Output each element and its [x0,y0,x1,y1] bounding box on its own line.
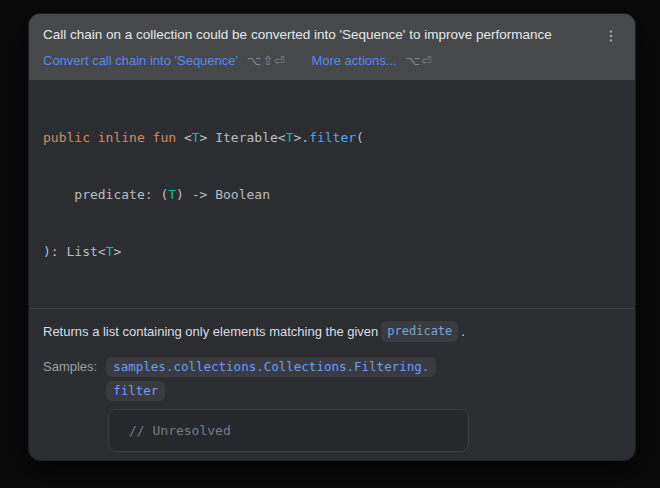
code-token: T [168,187,176,202]
code-token: > [113,244,121,259]
code-token: < [184,130,192,145]
code-token: ): List< [43,244,106,259]
sample-link-filtering[interactable]: samples.collections.Collections.Filterin… [106,357,436,377]
more-actions-shortcut: ⌥⏎ [406,53,433,68]
code-token: filter [309,130,356,145]
code-line: predicate: (T) -> Boolean [43,185,621,204]
documentation-popup: Call chain on a collection could be conv… [28,13,636,461]
inline-code-predicate: predicate [381,321,458,342]
code-token: T [192,130,200,145]
header-more-menu-button[interactable] [601,26,621,46]
doc-text: Returns a list containing only elements … [43,324,378,339]
code-token: ( [356,130,364,145]
code-line: public inline fun <T> Iterable<T>.filter… [43,128,621,147]
quick-fix-shortcut: ⌥⇧⏎ [247,53,285,68]
sample-link-filter[interactable]: filter [106,381,165,401]
unresolved-comment: // Unresolved [129,423,231,438]
code-token: ) -> Boolean [176,187,270,202]
documentation-body: Returns a list containing only elements … [29,309,635,461]
code-token: >. [293,130,309,145]
code-token: > Iterable< [200,130,286,145]
doc-text-period: . [461,324,465,339]
code-line: ): List<T> [43,242,621,261]
quick-fix-link[interactable]: Convert call chain into 'Sequence' [43,53,238,68]
samples-section: Samples: samples.collections.Collections… [43,357,621,401]
kebab-menu-icon [603,28,619,44]
function-signature: public inline fun <T> Iterable<T>.filter… [29,80,635,309]
samples-label: Samples: [43,357,97,401]
more-actions-link[interactable]: More actions... [311,53,396,68]
code-token: predicate: ( [43,187,168,202]
inspection-header: Call chain on a collection could be conv… [29,14,635,80]
sample-code-preview: // Unresolved [108,409,469,452]
inspection-title: Call chain on a collection could be conv… [43,26,601,43]
code-token: public inline fun [43,130,184,145]
doc-description: Returns a list containing only elements … [43,321,621,342]
